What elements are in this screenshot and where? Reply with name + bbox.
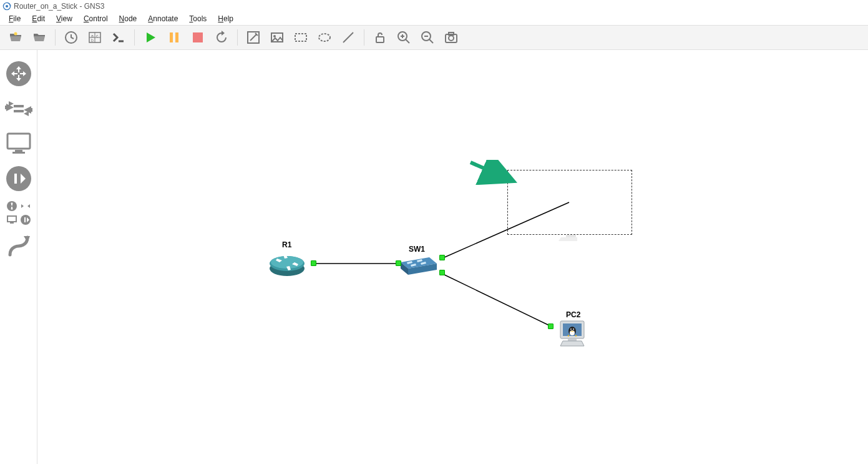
svg-rect-11	[170, 32, 173, 42]
switch-icon	[398, 254, 439, 276]
svg-point-1	[6, 5, 8, 7]
port-sw1-bottom[interactable]	[439, 270, 445, 275]
topology-links	[37, 50, 868, 464]
add-link-button[interactable]	[4, 231, 34, 261]
toolbar: acb	[0, 25, 868, 50]
ghost-node-outline[interactable]	[507, 170, 632, 235]
router-icon	[268, 250, 306, 277]
port-pc2[interactable]	[548, 323, 553, 329]
svg-point-16	[273, 35, 276, 37]
menu-help[interactable]: Help	[213, 14, 238, 24]
draw-line-button[interactable]	[339, 29, 358, 46]
insert-image-button[interactable]	[268, 29, 286, 46]
browse-all-switches-button[interactable]	[19, 200, 32, 212]
snapshot-button[interactable]	[62, 29, 80, 46]
screenshot-icon	[444, 30, 459, 45]
draw-rectangle-button[interactable]	[291, 29, 310, 46]
browse-switches-button[interactable]	[4, 94, 34, 124]
svg-point-51	[570, 328, 572, 330]
browse-routers-button[interactable]	[4, 59, 34, 89]
ghost-node-stand	[558, 235, 577, 241]
menu-tools[interactable]: Tools	[184, 14, 212, 24]
browse-all-group	[4, 200, 34, 226]
browse-all-end-button[interactable]	[6, 214, 18, 226]
menu-node[interactable]: Node	[114, 14, 142, 24]
open-project-icon	[8, 30, 23, 45]
browse-end-devices-button[interactable]	[4, 129, 34, 159]
pause-icon	[167, 30, 182, 45]
node-pc2[interactable]	[557, 318, 588, 351]
reload-icon	[214, 30, 229, 45]
open-project-button[interactable]	[6, 29, 25, 46]
draw-line-icon	[341, 30, 356, 45]
svg-point-31	[6, 61, 31, 86]
node-r1-label: R1	[282, 240, 291, 249]
show-labels-button[interactable]: acb	[85, 29, 104, 46]
add-link-icon	[6, 234, 31, 259]
zoom-out-icon	[420, 30, 435, 45]
screenshot-button[interactable]	[442, 29, 461, 46]
svg-line-43	[442, 274, 550, 326]
svg-rect-36	[14, 174, 17, 184]
menu-view[interactable]: View	[51, 14, 77, 24]
show-labels-icon: acb	[87, 30, 102, 45]
port-sw1-left[interactable]	[396, 260, 401, 266]
open-folder-icon	[32, 30, 47, 45]
stop-icon	[190, 30, 205, 45]
browse-all-security-button[interactable]	[19, 214, 32, 226]
svg-point-2	[14, 32, 17, 36]
snapshot-icon	[64, 30, 79, 45]
browse-security-button[interactable]	[4, 164, 34, 194]
insert-image-icon	[270, 30, 285, 45]
svg-rect-34	[12, 152, 25, 154]
stop-button[interactable]	[188, 29, 207, 46]
svg-point-35	[6, 166, 31, 191]
open-folder-button[interactable]	[30, 29, 49, 46]
window-title: Router_on_a_Stick - GNS3	[14, 2, 104, 11]
menu-control[interactable]: Control	[79, 14, 113, 24]
zoom-in-button[interactable]	[394, 29, 413, 46]
svg-point-52	[573, 328, 574, 330]
add-note-button[interactable]	[244, 29, 263, 46]
draw-ellipse-button[interactable]	[315, 29, 334, 46]
svg-point-18	[319, 34, 330, 41]
svg-rect-20	[376, 37, 384, 42]
svg-rect-38	[7, 216, 16, 222]
add-note-icon	[246, 30, 261, 45]
console-icon	[111, 30, 126, 45]
menu-edit[interactable]: Edit	[27, 14, 50, 24]
zoom-out-button[interactable]	[418, 29, 437, 46]
svg-line-19	[343, 32, 353, 42]
lock-button[interactable]	[371, 29, 389, 46]
svg-rect-53	[568, 338, 577, 341]
svg-rect-39	[10, 222, 14, 224]
pause-button[interactable]	[165, 29, 183, 46]
port-r1-e0[interactable]	[311, 260, 316, 266]
svg-rect-12	[175, 32, 178, 42]
menu-file[interactable]: File	[4, 14, 26, 24]
node-sw1-label: SW1	[409, 245, 425, 254]
svg-line-22	[406, 39, 409, 43]
node-sw1[interactable]	[398, 254, 439, 279]
draw-ellipse-icon	[317, 30, 332, 45]
reload-button[interactable]	[212, 29, 231, 46]
svg-rect-13	[193, 32, 203, 42]
browse-all-routers-button[interactable]	[6, 200, 18, 212]
browse-end-devices-icon	[5, 131, 32, 156]
svg-line-26	[429, 39, 433, 43]
draw-rectangle-icon	[293, 30, 308, 45]
port-sw1-top[interactable]	[439, 255, 445, 260]
topology-canvas[interactable]: R1 SW1 PC2	[37, 50, 868, 464]
play-button[interactable]	[141, 29, 160, 46]
svg-rect-33	[15, 150, 22, 152]
node-r1[interactable]	[268, 250, 306, 280]
browse-routers-icon	[5, 60, 32, 87]
svg-rect-17	[295, 34, 306, 41]
devices-sidebar	[0, 50, 37, 464]
browse-security-icon	[5, 165, 32, 192]
lock-icon	[373, 30, 388, 45]
menu-annotate[interactable]: Annotate	[143, 14, 183, 24]
node-pc2-label: PC2	[566, 310, 580, 319]
console-button[interactable]	[109, 29, 128, 46]
zoom-in-icon	[396, 30, 411, 45]
